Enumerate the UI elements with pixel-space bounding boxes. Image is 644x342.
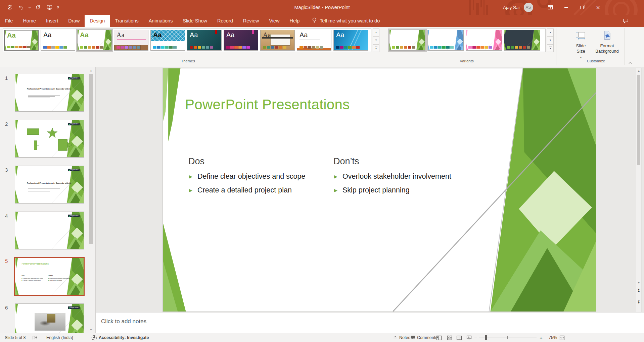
theme-ion-boardroom[interactable]: Aa	[224, 30, 258, 51]
theme-office[interactable]: Aa	[41, 30, 75, 51]
tab-slide-show[interactable]: Slide Show	[178, 15, 212, 27]
themes-gallery-scroll: ▲ ▼ ▼	[373, 28, 379, 52]
zoom-in-icon[interactable]: +	[538, 333, 544, 342]
comments-bubble-icon[interactable]	[621, 15, 631, 27]
slide-thumbnail-3[interactable]: MagicSlides Professional Presentations i…	[15, 166, 84, 204]
normal-view-icon[interactable]	[435, 333, 443, 342]
theme-retrospect[interactable]: Aa	[297, 30, 331, 51]
tell-me-search[interactable]: Tell me what you want to do	[312, 15, 380, 27]
slide-thumbnail-4[interactable]: MagicSlides	[15, 212, 84, 249]
themes-more-icon[interactable]: ▼	[373, 44, 379, 52]
slide-indicator[interactable]: Slide 5 of 8	[3, 333, 27, 342]
theme-integral[interactable]: Aa	[150, 30, 185, 51]
lightbulb-icon	[312, 17, 317, 24]
undo-dropdown-icon[interactable]	[28, 2, 32, 13]
format-background-icon	[602, 30, 612, 41]
slide-thumbnail-5-selected[interactable]: PowerPoint Presentations Dos ▶Define cle…	[14, 257, 85, 296]
dos-column[interactable]: Dos ▶ Define clear objectives and scope …	[188, 156, 333, 200]
close-button[interactable]: ✕	[590, 0, 606, 15]
variants-group-label: Variants	[436, 59, 497, 63]
slide-title[interactable]: PowerPoint Presentations	[185, 97, 350, 113]
scroll-up-icon[interactable]: ▲	[636, 68, 641, 74]
themes-scroll-up-icon[interactable]: ▲	[373, 28, 379, 36]
theme-facet-this-presentation[interactable]: Aa	[4, 30, 39, 51]
save-icon[interactable]	[5, 2, 15, 13]
slideshow-view-icon[interactable]	[465, 333, 473, 342]
notes-toggle[interactable]: Notes	[392, 333, 412, 342]
tab-help[interactable]: Help	[284, 15, 305, 27]
group-divider	[385, 28, 385, 65]
scroll-down-icon[interactable]: ▼	[636, 280, 641, 286]
redo-icon[interactable]	[33, 2, 43, 13]
scrollbar-thumb[interactable]	[637, 75, 640, 165]
spellcheck-icon[interactable]	[31, 333, 39, 342]
thumb-scrollbar-thumb[interactable]	[89, 74, 93, 244]
bullet-icon: ▶	[334, 174, 337, 179]
undo-icon[interactable]	[16, 2, 26, 13]
avatar[interactable]: AS	[524, 3, 533, 12]
tab-draw[interactable]: Draw	[63, 15, 85, 27]
next-slide-icon[interactable]: ▼▼	[636, 299, 641, 305]
variant-pink[interactable]	[466, 30, 502, 51]
slide-number-6: 6	[5, 305, 8, 310]
customize-qat-icon[interactable]	[56, 2, 60, 13]
slide-thumbnail-2[interactable]: MagicSlides	[15, 120, 84, 158]
zoom-slider-thumb[interactable]	[485, 335, 487, 340]
previous-slide-icon[interactable]: ▲▲	[636, 287, 641, 293]
variant-green[interactable]	[389, 30, 425, 51]
zoom-level[interactable]: 75%	[547, 333, 558, 342]
tab-animations[interactable]: Animations	[144, 15, 178, 27]
thumb-scroll-down-icon[interactable]: ▼	[88, 327, 94, 332]
tab-record[interactable]: Record	[212, 15, 238, 27]
theme-slice[interactable]: Aa	[333, 30, 368, 51]
start-slideshow-icon[interactable]	[44, 2, 54, 13]
fit-slide-to-window-icon[interactable]	[558, 333, 566, 342]
language-selector[interactable]: English (India)	[45, 333, 75, 342]
group-divider	[625, 28, 625, 65]
accessibility-status[interactable]: Accessibility: Investigate	[90, 333, 150, 342]
title-bar: MagicSlides - PowerPoint Ajay Sai AS ✕	[0, 0, 644, 15]
tab-review[interactable]: Review	[238, 15, 264, 27]
slide-canvas[interactable]: PowerPoint Presentations Dos ▶ Define cl…	[163, 68, 596, 312]
chevron-down-icon: ▼	[580, 56, 582, 59]
slide-thumbnail-1[interactable]: MagicSlides Professional Presentations i…	[15, 74, 84, 112]
tab-view[interactable]: View	[264, 15, 284, 27]
slide-size-icon	[576, 30, 586, 41]
user-account[interactable]: Ajay Sai AS	[503, 0, 533, 15]
collapse-ribbon-icon[interactable]	[626, 60, 635, 66]
variant-blue[interactable]	[427, 30, 464, 51]
quick-access-toolbar	[5, 0, 60, 15]
ribbon-display-options-icon[interactable]	[543, 0, 558, 15]
comments-toggle[interactable]: Comments	[409, 333, 439, 342]
notes-pane[interactable]: Click to add notes	[96, 312, 644, 333]
slide-scrollbar[interactable]: ▲ ▼ ▲▲ ▼▼	[636, 68, 642, 312]
thumbnail-text-lines	[28, 95, 62, 99]
slide-thumbnail-6[interactable]: MagicSlides	[15, 303, 84, 333]
slide-sorter-view-icon[interactable]	[446, 333, 454, 342]
tab-transitions[interactable]: Transitions	[110, 15, 143, 27]
facet-decoration	[15, 166, 84, 203]
tab-insert[interactable]: Insert	[41, 15, 63, 27]
variants-scroll-up-icon[interactable]: ▲	[547, 28, 554, 36]
theme-aa-sample: Aa	[43, 31, 51, 39]
minimize-button[interactable]	[558, 0, 574, 15]
themes-scroll-down-icon[interactable]: ▼	[373, 36, 379, 44]
theme-ion[interactable]: Aa	[187, 30, 222, 51]
tab-design[interactable]: Design	[85, 15, 110, 27]
restore-button[interactable]	[574, 0, 590, 15]
tab-home[interactable]: Home	[18, 15, 41, 27]
tab-file[interactable]: File	[0, 15, 18, 27]
theme-facet[interactable]: Aa	[77, 30, 112, 51]
variants-more-icon[interactable]: ▼	[547, 44, 554, 52]
variants-scroll-down-icon[interactable]: ▼	[547, 36, 554, 44]
zoom-slider-track[interactable]	[479, 338, 537, 338]
thumb-scroll-up-icon[interactable]: ▲	[88, 68, 94, 73]
theme-organic[interactable]: Aa	[260, 30, 295, 51]
theme-gallery[interactable]: Aa	[114, 30, 148, 51]
zoom-out-icon[interactable]: −	[473, 333, 478, 342]
donts-column[interactable]: Don’ts ▶ Overlook stakeholder involvemen…	[333, 156, 478, 200]
variant-swatches	[392, 46, 415, 49]
variant-dark[interactable]	[504, 30, 540, 51]
reading-view-icon[interactable]	[455, 333, 463, 342]
thumbnail-scrollbar[interactable]: ▲ ▼	[88, 67, 94, 333]
